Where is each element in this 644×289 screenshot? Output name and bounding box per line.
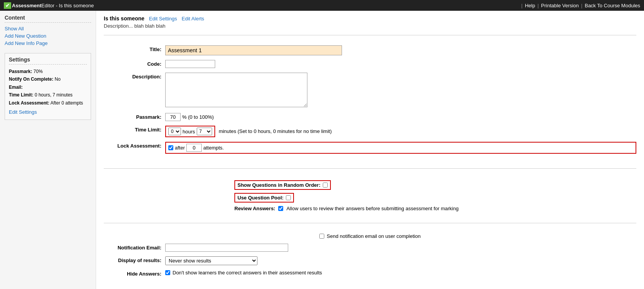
timelimit-minutes-select[interactable]: 01234 56789 10152030 (197, 128, 212, 135)
question-pool-checkbox[interactable] (286, 195, 291, 200)
page-title: Is this someone (104, 15, 144, 22)
divider-3 (104, 223, 636, 223)
description-control (165, 73, 636, 108)
title-control (165, 45, 636, 55)
timelimit-form-row: Time Limit: 0123 hours 01234 56789 10152… (104, 126, 636, 137)
brand-checkmark: ✔ (4, 2, 11, 9)
passmark-input[interactable] (165, 113, 181, 121)
edit-alerts-link[interactable]: Edit Alerts (182, 16, 204, 22)
send-notification-row: Send notification email on user completi… (104, 233, 636, 239)
passmark-form-label: Passmark: (104, 113, 165, 120)
brand-rest: Editor - Is this someone (41, 3, 94, 8)
help-link[interactable]: Help (525, 3, 535, 8)
hide-answers-row: Hide Answers: Don't show learners the co… (104, 270, 636, 277)
send-notification-checkbox[interactable] (319, 234, 324, 239)
title-input[interactable] (165, 45, 342, 55)
settings-passmark-row: Passmark: 70% (9, 68, 87, 75)
review-note: Allow users to review their answers befo… (286, 206, 458, 211)
notify-label: Notify On Complete: (9, 76, 53, 82)
display-results-label: Display of results: (104, 256, 165, 263)
question-pool-highlight: Use Question Pool: (234, 193, 294, 203)
description-textarea[interactable] (165, 73, 307, 107)
timelimit-highlight: 0123 hours 01234 56789 10152030 (165, 126, 215, 137)
hide-answers-note: Don't show learners the correct answers … (173, 270, 322, 276)
passmark-row: Passmark: % (0 to 100%) (104, 113, 636, 121)
brand: ✔ Assessment Editor - Is this someone (4, 2, 94, 9)
timelimit-hours-select[interactable]: 0123 (168, 128, 181, 135)
sidebar-add-question[interactable]: Add New Question (5, 33, 91, 39)
random-order-label: Show Questions in Random Order: (237, 182, 320, 188)
display-results-select[interactable]: Never show results Always show results S… (165, 256, 257, 265)
passmark-control: % (0 to 100%) (165, 113, 636, 121)
printable-link[interactable]: Printable Version (541, 3, 579, 8)
divider-2 (104, 168, 636, 169)
brand-bold: Assessment (12, 3, 41, 8)
main-content: Is this someone Edit Settings Edit Alert… (96, 11, 644, 289)
lock-highlight: after attempts. (165, 142, 636, 154)
lock-label: Lock Assessment: (9, 100, 50, 106)
description-row: Description: (104, 73, 636, 108)
hide-answers-checkbox[interactable] (165, 270, 170, 275)
sep3: | (581, 3, 582, 8)
hide-answers-label: Hide Answers: (104, 270, 165, 277)
notify-section: Send notification email on user completi… (104, 229, 636, 285)
lock-attempts-label: attempts. (203, 145, 224, 151)
timelimit-control: 0123 hours 01234 56789 10152030 minutes … (165, 126, 636, 137)
timelimit-note: minutes (Set to 0 hours, 0 minutes for n… (219, 128, 332, 134)
timelimit-label: Time Limit: (9, 92, 33, 98)
edit-settings-link[interactable]: Edit Settings (149, 16, 177, 22)
settings-lock-row: Lock Assessment: After 0 attempts (9, 99, 87, 107)
description-label: Description: (104, 73, 165, 80)
code-control (165, 60, 636, 68)
top-nav: | Help | Printable Version | Back To Cou… (521, 3, 640, 8)
lock-form-label: Lock Assessment: (104, 142, 165, 149)
timelimit-form-label: Time Limit: (104, 126, 165, 133)
random-section: Show Questions in Random Order: Use Ques… (104, 175, 636, 217)
notification-email-input[interactable] (165, 244, 288, 252)
lock-control: after attempts. (165, 142, 636, 154)
settings-email-row: Email: (9, 83, 87, 91)
topbar: ✔ Assessment Editor - Is this someone | … (0, 0, 644, 11)
random-order-checkbox[interactable] (323, 183, 328, 188)
display-results-row: Display of results: Never show results A… (104, 256, 636, 265)
notification-email-control (165, 244, 636, 252)
notification-email-row: Notification Email: (104, 244, 636, 252)
lock-checkbox[interactable] (168, 145, 173, 150)
notify-value: No (55, 76, 60, 82)
lock-attempts-input[interactable] (186, 144, 202, 152)
random-order-highlight: Show Questions in Random Order: (234, 180, 331, 190)
sidebar-settings: Settings Passmark: 70% Notify On Complet… (5, 53, 91, 120)
review-label: Review Answers: (234, 206, 275, 211)
code-row: Code: (104, 60, 636, 68)
passmark-label: Passmark: (9, 69, 32, 74)
passmark-value: 70% (33, 69, 43, 74)
question-pool-label: Use Question Pool: (237, 195, 284, 201)
lock-after-label: after (175, 145, 185, 151)
notification-email-label: Notification Email: (104, 244, 165, 251)
settings-section-title: Settings (9, 56, 87, 65)
random-order-row: Show Questions in Random Order: (234, 180, 331, 190)
form-section-1: Title: Code: Description: (104, 42, 636, 162)
sidebar-show-all[interactable]: Show All (5, 26, 91, 32)
lock-form-row: Lock Assessment: after attempts. (104, 142, 636, 154)
sidebar: Content Show All Add New Question Add Ne… (0, 11, 96, 289)
send-notification-label: Send notification email on user completi… (327, 233, 420, 239)
hide-answers-control: Don't show learners the correct answers … (165, 270, 636, 276)
title-label: Title: (104, 45, 165, 52)
sidebar-add-info[interactable]: Add New Info Page (5, 40, 91, 46)
review-checkbox[interactable] (278, 206, 283, 211)
lock-value: After 0 attempts (50, 100, 83, 106)
settings-notify-row: Notify On Complete: No (9, 75, 87, 83)
page-description: Description... blah blah blah (104, 23, 636, 29)
settings-timelimit-row: Time Limit: 0 hours, 7 minutes (9, 91, 87, 99)
back-link[interactable]: Back To Course Modules (585, 3, 640, 8)
sidebar-edit-settings[interactable]: Edit Settings (9, 109, 87, 115)
hours-label: hours (183, 129, 195, 135)
timelimit-value: 0 hours, 7 minutes (35, 92, 73, 98)
email-label: Email: (9, 85, 23, 90)
page-header: Is this someone Edit Settings Edit Alert… (104, 15, 636, 22)
code-label: Code: (104, 60, 165, 67)
question-pool-row: Use Question Pool: (234, 193, 294, 203)
code-input[interactable] (165, 60, 215, 68)
review-row: Review Answers: Allow users to review th… (234, 206, 458, 211)
